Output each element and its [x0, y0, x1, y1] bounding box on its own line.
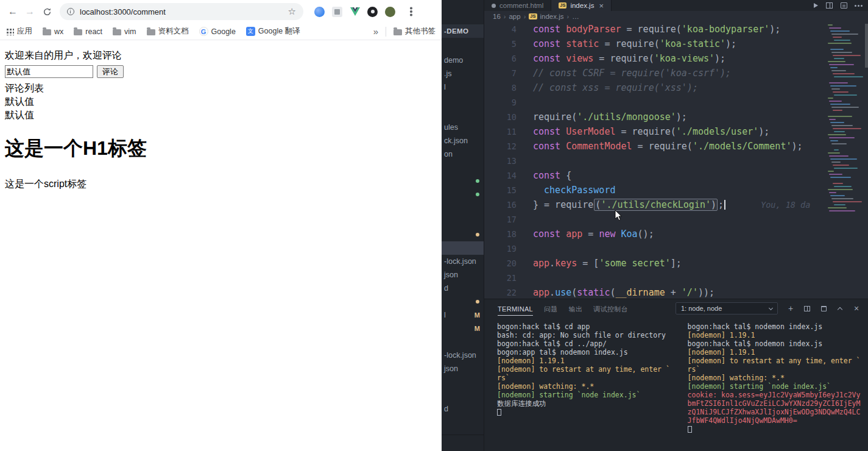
breadcrumb-file[interactable]: index.js	[540, 13, 564, 20]
sidebar-file-row[interactable]: lM	[442, 308, 484, 322]
maximize-panel-button[interactable]	[836, 304, 844, 313]
sidebar-file-row[interactable]	[442, 201, 484, 215]
sidebar-file-row[interactable]	[442, 241, 484, 255]
code-line[interactable]: 19	[484, 241, 868, 256]
panel-tab-问题[interactable]: 问题	[544, 301, 558, 316]
breadcrumb-more[interactable]: …	[572, 13, 579, 20]
gray-square-extension-icon[interactable]	[332, 7, 342, 17]
blue-circle-extension-icon[interactable]	[314, 7, 325, 17]
terminal-body[interactable]: bogon:hack tal$ cd appbash: cd: app: No …	[484, 318, 868, 451]
more-actions-icon[interactable]	[858, 5, 859, 7]
comment-submit-button[interactable]: 评论	[97, 65, 124, 78]
sidebar-file-row[interactable]	[442, 228, 484, 241]
code-line[interactable]: 22app.use(static(__dirname + '/'));	[484, 285, 868, 299]
kill-terminal-button[interactable]	[819, 304, 828, 313]
profile-avatar-icon[interactable]	[385, 7, 395, 17]
terminal-selector[interactable]: 1: node, node	[676, 302, 778, 314]
sidebar-file-row[interactable]: d	[442, 402, 484, 416]
sidebar-file-row[interactable]	[442, 215, 484, 228]
sidebar-file-row[interactable]: .js	[442, 67, 484, 80]
bookmark-item-Google 翻译[interactable]: 文Google 翻译	[246, 26, 300, 37]
dark-extension-icon[interactable]	[367, 7, 378, 17]
panel-tab-TERMINAL[interactable]: TERMINAL	[498, 302, 533, 316]
refresh-button[interactable]	[39, 4, 55, 20]
sidebar-file-row[interactable]: demo	[442, 54, 484, 67]
close-panel-button[interactable]: ×	[852, 304, 861, 313]
back-button[interactable]: ←	[5, 4, 21, 20]
sidebar-file-row[interactable]: on	[442, 147, 484, 161]
bookmark-item-应用[interactable]: 应用	[6, 26, 32, 37]
bookmark-item-资料文档[interactable]: 资料文档	[147, 26, 189, 37]
code-line[interactable]: 5const static = require('koa-static');	[484, 37, 868, 51]
code-line[interactable]: 7// const CSRF = require('koa-csrf');	[484, 66, 868, 80]
sidebar-file-row[interactable]	[442, 335, 484, 349]
comment-input[interactable]	[5, 65, 93, 78]
sidebar-file-row[interactable]	[442, 389, 484, 402]
chrome-menu-button[interactable]	[404, 4, 418, 19]
sidebar-file-row[interactable]: -lock.json	[442, 255, 484, 268]
address-bar[interactable]: localhost:3000/comment ☆	[60, 3, 303, 20]
other-bookmarks-button[interactable]: 其他书签	[393, 26, 436, 37]
bookmarks-overflow-chevron[interactable]: »	[373, 26, 378, 37]
sidebar-file-row[interactable]	[442, 375, 484, 389]
editor-tab-comment.html[interactable]: comment.html	[484, 0, 551, 11]
split-icon	[804, 306, 810, 311]
panel-tab-调试控制台[interactable]: 调试控制台	[593, 301, 628, 316]
breadcrumb-item[interactable]: 16	[493, 13, 501, 20]
code-line[interactable]: 4const bodyParser = require('koa-bodypar…	[484, 22, 868, 37]
code-line[interactable]: 16} = require('./utils/checkLogin');You,…	[484, 197, 868, 212]
bookmark-item-Google[interactable]: GGoogle	[199, 27, 236, 36]
breadcrumb-item[interactable]: app	[509, 13, 520, 20]
line-number: 5	[484, 37, 517, 51]
sidebar-file-row[interactable]	[442, 416, 484, 429]
sidebar-file-row[interactable]	[442, 295, 484, 308]
sidebar-file-row[interactable]: d	[442, 282, 484, 295]
sidebar-file-row[interactable]	[442, 94, 484, 107]
run-icon[interactable]	[814, 3, 818, 8]
sidebar-file-row[interactable]: l	[442, 80, 484, 94]
code-line[interactable]: 13	[484, 154, 868, 168]
code-line[interactable]: 10require('./utils/mongoose');	[484, 110, 868, 124]
mouse-cursor-icon	[615, 210, 623, 221]
code-line[interactable]: 11const UserModel = require('./models/us…	[484, 124, 868, 139]
editor-scrollbar[interactable]	[865, 24, 868, 68]
explorer-project-header[interactable]: -DEMO	[442, 24, 484, 38]
split-editor-icon[interactable]	[826, 2, 833, 9]
sidebar-file-row[interactable]	[442, 107, 484, 121]
new-terminal-button[interactable]: +	[786, 304, 795, 313]
sidebar-file-row[interactable]: ck.json	[442, 134, 484, 147]
code-line[interactable]: 6const views = require('koa-views');	[484, 51, 868, 66]
code-editor[interactable]: 4const bodyParser = require('koa-bodypar…	[484, 22, 868, 299]
bookmark-item-wx[interactable]: wx	[43, 27, 63, 36]
split-terminal-button[interactable]	[803, 304, 811, 313]
sidebar-file-row[interactable]	[442, 174, 484, 188]
code-line[interactable]: 8// const xss = require('xss');	[484, 80, 868, 95]
sidebar-file-row[interactable]: ules	[442, 121, 484, 134]
forward-button[interactable]: →	[22, 4, 38, 20]
sidebar-file-row[interactable]	[442, 188, 484, 201]
sidebar-file-row[interactable]: -lock.json	[442, 349, 484, 362]
sidebar-file-row[interactable]: json	[442, 268, 484, 282]
minimap[interactable]	[828, 24, 864, 216]
bookmark-star-icon[interactable]: ☆	[288, 6, 296, 17]
code-line[interactable]: 12const CommentModel = require('./models…	[484, 139, 868, 154]
code-line[interactable]: 15 checkPassword	[484, 183, 868, 197]
sidebar-file-row[interactable]: json	[442, 362, 484, 375]
close-icon[interactable]: ×	[599, 1, 604, 10]
layout-icon[interactable]	[841, 2, 847, 9]
vue-devtools-icon[interactable]	[350, 7, 360, 17]
bookmark-item-vim[interactable]: vim	[113, 27, 136, 36]
code-line[interactable]: 20app.keys = ['some secret'];	[484, 256, 868, 271]
bookmark-item-react[interactable]: react	[74, 27, 102, 36]
sidebar-file-row[interactable]	[442, 161, 484, 174]
code-line[interactable]: 14const {	[484, 168, 868, 183]
code-line[interactable]: 21	[484, 271, 868, 285]
panel-tab-输出[interactable]: 输出	[569, 301, 583, 316]
line-number: 13	[484, 154, 517, 168]
sidebar-file-row[interactable]: M	[442, 322, 484, 335]
site-info-icon[interactable]	[67, 8, 74, 15]
code-line[interactable]: 9	[484, 95, 868, 110]
code-line[interactable]: 17	[484, 212, 868, 227]
editor-tab-index.js[interactable]: JSindex.js×	[551, 0, 612, 11]
code-line[interactable]: 18const app = new Koa();	[484, 227, 868, 241]
